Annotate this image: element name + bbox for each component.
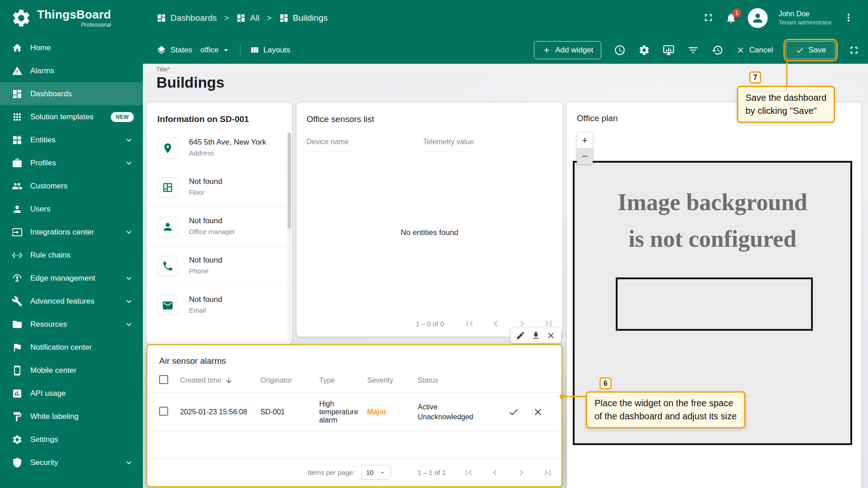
sidebar-item-settings[interactable]: Settings — [0, 428, 143, 451]
layouts-button[interactable]: Layouts — [250, 45, 291, 55]
acknowledge-alarm-icon[interactable] — [508, 407, 519, 418]
avatar[interactable] — [748, 8, 768, 28]
cancel-label: Cancel — [749, 46, 773, 55]
zoom-in-button[interactable]: + — [577, 132, 593, 148]
remove-widget-icon[interactable] — [546, 331, 556, 340]
dashboard-title-block: Title* Buildings — [156, 66, 224, 91]
clear-alarm-icon[interactable] — [533, 407, 543, 418]
first-page-icon[interactable] — [463, 467, 475, 479]
state-value: office — [200, 46, 218, 55]
dashboards-icon — [279, 13, 289, 23]
last-page-icon[interactable] — [542, 467, 553, 479]
callout-7-line2: by clicking "Save" — [745, 104, 826, 117]
clock-icon — [614, 44, 626, 56]
edit-widget-icon[interactable] — [516, 331, 525, 340]
sensors-table-header: Device name Telemetry value — [307, 138, 552, 152]
sidebar-item-notification-center[interactable]: Notification center — [0, 336, 143, 359]
breadcrumb-item-dashboards[interactable]: Dashboards — [156, 13, 217, 23]
sidebar-item-edge-management[interactable]: Edge management — [0, 267, 143, 290]
smartphone-icon — [12, 365, 23, 376]
sidebar-item-entities[interactable]: Entities — [0, 128, 143, 151]
sidebar-item-mobile-center[interactable]: Mobile center — [0, 359, 143, 382]
save-button[interactable]: Save — [786, 41, 835, 59]
user-menu-button[interactable] — [843, 12, 854, 25]
alarm-row[interactable]: 2025-01-23 15:56:08SD-001High temperatur… — [147, 393, 561, 432]
states-button[interactable]: States — [156, 45, 192, 55]
info-row-phone: Not foundPhone — [146, 246, 292, 286]
breadcrumb-item-buildings[interactable]: Buildings — [279, 13, 328, 23]
scrollbar-track[interactable] — [288, 132, 291, 341]
plan-message: Image background is not configured — [575, 184, 850, 257]
breadcrumb-label: Buildings — [293, 13, 328, 23]
sidebar-item-resources[interactable]: Resources — [0, 313, 143, 336]
sidebar-item-integrations-center[interactable]: Integrations center — [0, 221, 143, 244]
sidebar-item-solution-templates[interactable]: Solution templatesNEW — [0, 105, 143, 128]
sidebar-item-label: Notification center — [30, 343, 134, 352]
fullscreen-button[interactable] — [703, 12, 714, 25]
states-label: States — [170, 46, 192, 55]
sort-desc-icon[interactable] — [225, 376, 233, 385]
column-status[interactable]: Status — [418, 375, 499, 385]
notifications-button[interactable]: 1 — [725, 12, 737, 24]
column-originator[interactable]: Originator — [260, 376, 319, 385]
sidebar-item-label: Rule chains — [30, 251, 134, 260]
sidebar-item-label: Settings — [30, 435, 134, 444]
person-icon — [12, 204, 23, 215]
sidebar-item-api-usage[interactable]: API usage — [0, 382, 143, 405]
cancel-button[interactable]: Cancel — [736, 46, 773, 55]
sidebar-item-home[interactable]: Home — [0, 36, 143, 59]
row-checkbox[interactable] — [159, 407, 168, 416]
callout-6-connector — [563, 396, 587, 397]
page-title[interactable]: Buildings — [156, 74, 224, 91]
add-widget-button[interactable]: Add widget — [534, 41, 601, 59]
sidebar-item-security[interactable]: Security — [0, 451, 143, 474]
sidebar-item-white-labeling[interactable]: White labeling — [0, 405, 143, 428]
first-page-icon[interactable] — [464, 318, 476, 329]
sidebar-item-advanced-features[interactable]: Advanced features — [0, 290, 143, 313]
thingsboard-logo-icon — [11, 8, 32, 28]
previous-page-icon[interactable] — [490, 318, 502, 329]
zoom-out-button[interactable]: − — [577, 148, 593, 164]
sidebar-menu: HomeAlarmsDashboardsSolution templatesNE… — [0, 36, 143, 474]
more-vert-icon — [843, 12, 854, 23]
chevron-down-icon — [124, 273, 134, 283]
dashboard-icon — [12, 89, 23, 99]
dashboards-icon — [236, 13, 246, 23]
display-settings-button[interactable] — [663, 44, 675, 56]
items-per-page-select[interactable]: 10 — [361, 465, 392, 480]
callout-7-connector — [786, 61, 788, 87]
column-telemetry-value: Telemetry value — [423, 138, 474, 146]
sidebar-item-dashboards[interactable]: Dashboards — [0, 82, 143, 105]
select-all-checkbox[interactable] — [159, 375, 168, 384]
info-value: Not found — [189, 177, 222, 186]
column-type[interactable]: Type — [319, 376, 367, 385]
filter-button[interactable] — [687, 44, 699, 56]
brand[interactable]: ThingsBoard Professional — [11, 8, 142, 28]
sidebar-item-profiles[interactable]: Profiles — [0, 151, 143, 174]
sidebar-item-label: Integrations center — [30, 228, 116, 237]
dashboard-settings-button[interactable] — [638, 44, 650, 56]
build-icon — [12, 296, 23, 307]
state-select[interactable]: office — [200, 45, 231, 55]
sidebar-item-rule-chains[interactable]: Rule chains — [0, 244, 143, 267]
settings-icon — [12, 434, 23, 445]
call-icon — [157, 256, 178, 277]
breadcrumb-item-all[interactable]: All — [236, 13, 259, 23]
sidebar-item-customers[interactable]: Customers — [0, 174, 143, 197]
alarm-severity: Major — [367, 408, 418, 416]
sidebar-item-users[interactable]: Users — [0, 197, 143, 221]
column-created-time[interactable]: Created time — [180, 376, 222, 385]
place-icon — [157, 138, 178, 159]
expand-dashboard-button[interactable] — [848, 44, 860, 56]
previous-page-icon[interactable] — [489, 467, 501, 479]
time-window-button[interactable] — [614, 44, 626, 56]
sidebar-item-label: White labeling — [30, 412, 134, 421]
scrollbar-thumb[interactable] — [288, 132, 291, 229]
user-name: John Doe — [778, 9, 832, 19]
sidebar-item-label: Solution templates — [30, 113, 103, 122]
export-widget-icon[interactable] — [531, 331, 541, 340]
sidebar-item-alarms[interactable]: Alarms — [0, 59, 143, 82]
column-severity[interactable]: Severity — [367, 376, 418, 385]
version-history-button[interactable] — [712, 44, 723, 56]
next-page-icon[interactable] — [515, 467, 527, 479]
